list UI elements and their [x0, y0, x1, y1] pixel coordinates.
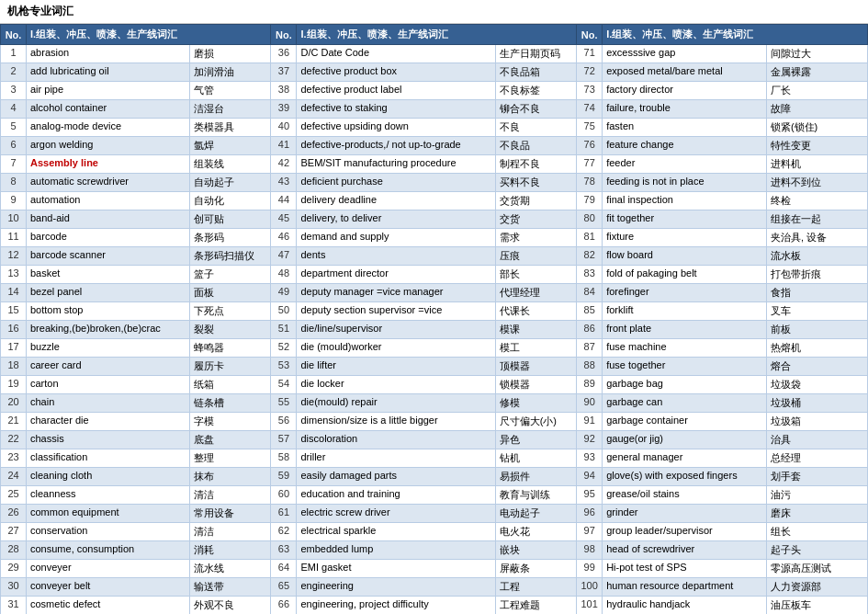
row-no2: 59 — [271, 468, 297, 486]
row-no1: 31 — [1, 597, 27, 615]
row-en1: automatic screwdriver — [27, 174, 190, 192]
row-cn3: 金属裸露 — [766, 63, 867, 82]
row-cn2: 尺寸偏大(小) — [495, 413, 576, 431]
row-no2: 53 — [271, 358, 297, 376]
row-no2: 54 — [271, 376, 297, 394]
row-cn1: 外观不良 — [189, 597, 270, 615]
row-cn3: 垃圾箱 — [766, 413, 867, 431]
row-cn2: 教育与训练 — [495, 486, 576, 505]
row-en2: die/line/supervisor — [297, 321, 495, 339]
row-en1: alcohol container — [27, 100, 190, 119]
row-no3: 97 — [577, 523, 603, 541]
row-en2: defective-products,/ not up-to-grade — [297, 137, 495, 155]
row-en3: fold of pakaging belt — [603, 266, 767, 284]
row-en3: grease/oil stains — [603, 486, 767, 505]
row-cn1: 链条槽 — [189, 394, 270, 413]
row-no1: 7 — [1, 155, 27, 174]
row-cn2: 部长 — [495, 266, 576, 284]
row-cn3: 进料不到位 — [766, 174, 867, 192]
row-no1: 14 — [1, 284, 27, 302]
row-no1: 21 — [1, 413, 27, 431]
row-cn2: 交货期 — [495, 192, 576, 210]
row-no1: 8 — [1, 174, 27, 192]
row-no1: 1 — [1, 45, 27, 63]
row-cn2: 模工 — [495, 339, 576, 358]
row-no1: 28 — [1, 541, 27, 560]
row-no3: 94 — [577, 468, 603, 486]
row-no3: 75 — [577, 119, 603, 137]
row-en2: deputy manager =vice manager — [297, 284, 495, 302]
row-cn1: 输送带 — [189, 578, 270, 597]
row-no1: 3 — [1, 82, 27, 100]
row-no1: 6 — [1, 137, 27, 155]
row-en3: fuse machine — [603, 339, 767, 358]
row-en1: barcode — [27, 229, 190, 247]
row-en2: easily damaged parts — [297, 468, 495, 486]
row-en1: analog-mode device — [27, 119, 190, 137]
row-cn1: 裂裂 — [189, 321, 270, 339]
row-en3: forklift — [603, 302, 767, 321]
row-cn2: 代课长 — [495, 302, 576, 321]
row-en2: die lifter — [297, 358, 495, 376]
row-no3: 91 — [577, 413, 603, 431]
row-cn3: 垃圾桶 — [766, 394, 867, 413]
row-cn1: 抹布 — [189, 468, 270, 486]
row-no2: 66 — [271, 597, 297, 615]
row-no2: 45 — [271, 210, 297, 229]
row-en3: feeder — [603, 155, 767, 174]
row-cn1: 自动化 — [189, 192, 270, 210]
row-cn1: 底盘 — [189, 431, 270, 449]
row-no3: 93 — [577, 449, 603, 468]
row-cn3: 故障 — [766, 100, 867, 119]
row-cn2: 易损件 — [495, 468, 576, 486]
row-en3: gauge(or jig) — [603, 431, 767, 449]
row-en1: bezel panel — [27, 284, 190, 302]
row-cn3: 零源高压测试 — [766, 560, 867, 578]
row-en2: defective product label — [297, 82, 495, 100]
col1-no-header: No. — [1, 25, 27, 45]
row-en1: breaking,(be)broken,(be)crac — [27, 321, 190, 339]
row-no1: 25 — [1, 486, 27, 505]
row-cn1: 流水线 — [189, 560, 270, 578]
row-cn2: 压痕 — [495, 247, 576, 266]
row-no2: 49 — [271, 284, 297, 302]
row-cn2: 异色 — [495, 431, 576, 449]
row-en1: chain — [27, 394, 190, 413]
row-cn1: 消耗 — [189, 541, 270, 560]
row-en1: automation — [27, 192, 190, 210]
row-en1: consume, consumption — [27, 541, 190, 560]
row-cn3: 打包带折痕 — [766, 266, 867, 284]
row-en3: excesssive gap — [603, 45, 767, 63]
row-no3: 86 — [577, 321, 603, 339]
row-en3: failure, trouble — [603, 100, 767, 119]
row-no2: 63 — [271, 541, 297, 560]
row-cn1: 履历卡 — [189, 358, 270, 376]
row-en2: engineering — [297, 578, 495, 597]
row-no2: 58 — [271, 449, 297, 468]
row-cn1: 字模 — [189, 413, 270, 431]
row-no3: 80 — [577, 210, 603, 229]
row-no3: 89 — [577, 376, 603, 394]
row-en3: fuse together — [603, 358, 767, 376]
row-no3: 76 — [577, 137, 603, 155]
row-en1: argon welding — [27, 137, 190, 155]
row-cn2: 不良品 — [495, 137, 576, 155]
col2-en-header: I.组装、冲压、喷漆、生产线词汇 — [297, 25, 577, 45]
row-cn1: 自动起子 — [189, 174, 270, 192]
row-en3: fixture — [603, 229, 767, 247]
row-en2: engineering, project difficulty — [297, 597, 495, 615]
row-en3: group leader/supervisor — [603, 523, 767, 541]
row-no1: 16 — [1, 321, 27, 339]
row-en2: defective to staking — [297, 100, 495, 119]
row-en1: career card — [27, 358, 190, 376]
row-en3: final inspection — [603, 192, 767, 210]
row-cn3: 间隙过大 — [766, 45, 867, 63]
row-cn1: 清洁 — [189, 523, 270, 541]
row-no2: 56 — [271, 413, 297, 431]
row-no2: 43 — [271, 174, 297, 192]
row-cn1: 篮子 — [189, 266, 270, 284]
row-no2: 39 — [271, 100, 297, 119]
row-no3: 98 — [577, 541, 603, 560]
row-no3: 88 — [577, 358, 603, 376]
row-no3: 95 — [577, 486, 603, 505]
